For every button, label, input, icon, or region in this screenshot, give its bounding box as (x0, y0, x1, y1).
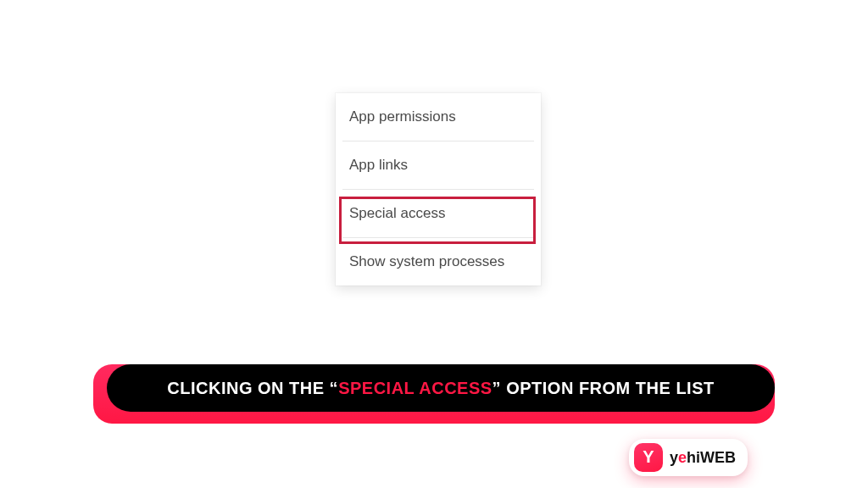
menu-item-app-links[interactable]: App links (336, 141, 541, 189)
brand-logo-mark: Y (643, 447, 654, 467)
menu-item-label: Special access (349, 205, 445, 221)
menu-item-app-permissions[interactable]: App permissions (336, 93, 541, 141)
brand-logo-icon: Y (634, 443, 663, 472)
brand-logo-text-head: y (670, 449, 678, 466)
caption-prefix: CLICKING ON THE “ (167, 379, 338, 398)
brand-logo-text-accent: e (678, 449, 687, 466)
brand-logo-badge[interactable]: Y yehiWEB (629, 439, 748, 476)
menu-item-show-system-processes[interactable]: Show system processes (336, 238, 541, 286)
brand-logo-text: yehiWEB (670, 449, 736, 467)
menu-item-special-access[interactable]: Special access (336, 190, 541, 237)
caption-highlight: SPECIAL ACCESS (338, 379, 492, 398)
brand-logo-text-tail: hiWEB (687, 449, 736, 466)
menu-item-label: Show system processes (349, 253, 504, 269)
caption-text-container: CLICKING ON THE “ SPECIAL ACCESS ” OPTIO… (107, 364, 775, 412)
menu-item-label: App permissions (349, 108, 456, 125)
caption-banner: CLICKING ON THE “ SPECIAL ACCESS ” OPTIO… (93, 364, 775, 424)
settings-dropdown-menu: App permissions App links Special access… (336, 93, 541, 286)
caption-suffix: ” OPTION FROM THE LIST (492, 379, 715, 398)
menu-item-label: App links (349, 157, 408, 173)
